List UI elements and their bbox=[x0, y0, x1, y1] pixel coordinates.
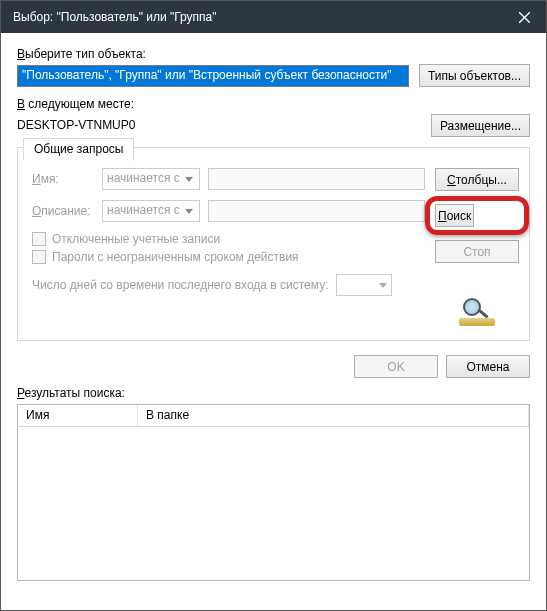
object-type-input[interactable]: "Пользователь", "Группа" или "Встроенный… bbox=[17, 65, 409, 87]
col-folder[interactable]: В папке bbox=[138, 405, 529, 426]
search-icon bbox=[457, 296, 497, 326]
object-type-label: Выберите тип объекта: bbox=[17, 47, 530, 61]
disabled-accounts-label: Отключенные учетные записи bbox=[52, 232, 220, 246]
lastlogin-label: Число дней со времени последнего входа в… bbox=[32, 278, 328, 292]
results-body bbox=[18, 427, 529, 580]
close-icon bbox=[519, 12, 530, 23]
titlebar: Выбор: "Пользователь" или "Группа" bbox=[1, 1, 546, 33]
location-label: В следующем месте: bbox=[17, 97, 530, 111]
name-field-label: Имя: bbox=[32, 172, 94, 186]
name-mode-dropdown[interactable]: начинается с bbox=[102, 168, 200, 190]
cancel-button[interactable]: Отмена bbox=[446, 355, 530, 378]
ok-button: OK bbox=[354, 355, 438, 378]
col-name[interactable]: Имя bbox=[18, 405, 138, 426]
name-input[interactable] bbox=[208, 168, 425, 190]
lastlogin-spin[interactable] bbox=[336, 274, 392, 296]
results-table: Имя В папке bbox=[17, 404, 530, 581]
location-button[interactable]: Размещение... bbox=[431, 114, 530, 137]
results-header: Имя В папке bbox=[18, 405, 529, 427]
results-label: Результаты поиска: bbox=[17, 386, 530, 400]
queries-tab[interactable]: Общие запросы bbox=[23, 138, 134, 161]
object-types-button[interactable]: Типы объектов... bbox=[419, 64, 530, 87]
pwdnoexpire-checkbox[interactable] bbox=[32, 250, 46, 264]
desc-mode-dropdown[interactable]: начинается с bbox=[102, 200, 200, 222]
queries-tabpanel: Общие запросы Имя: начинается с Описание… bbox=[17, 147, 530, 341]
titlebar-title: Выбор: "Пользователь" или "Группа" bbox=[13, 10, 217, 24]
dialog-content: Выберите тип объекта: "Пользователь", "Г… bbox=[1, 33, 546, 589]
columns-button[interactable]: Столбцы... bbox=[435, 168, 519, 191]
location-value: DESKTOP-VTNMUP0 bbox=[17, 116, 421, 136]
disabled-accounts-checkbox[interactable] bbox=[32, 232, 46, 246]
desc-field-label: Описание: bbox=[32, 204, 94, 218]
close-button[interactable] bbox=[502, 1, 546, 33]
search-button[interactable]: Поиск bbox=[435, 204, 474, 227]
desc-input[interactable] bbox=[208, 200, 425, 222]
pwdnoexpire-label: Пароли с неограниченным сроком действия bbox=[52, 250, 299, 264]
stop-button: Стоп bbox=[435, 240, 519, 263]
